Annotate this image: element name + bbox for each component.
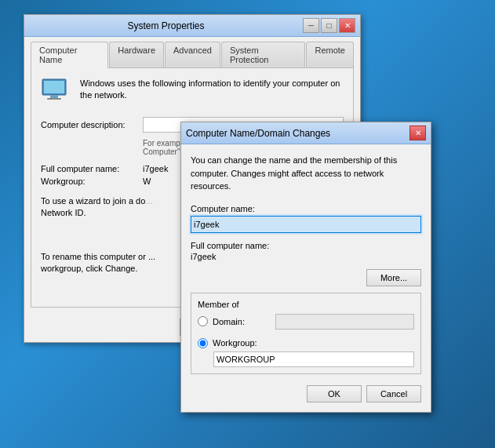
domain-label: Domain: [213, 317, 275, 326]
dialog-content: You can change the name and the membersh… [181, 144, 431, 412]
dialog-cancel-button[interactable]: Cancel [366, 385, 421, 402]
domain-input[interactable] [275, 314, 414, 330]
dialog-titlebar: Computer Name/Domain Changes ✕ [181, 122, 431, 144]
workgroup-radio-label: Workgroup: [213, 338, 275, 348]
computer-desc-label: Computer description: [41, 120, 143, 129]
domain-radio-row: Domain: [198, 314, 414, 330]
computer-icon-row: Windows uses the following information t… [41, 78, 344, 106]
close-button[interactable]: ✕ [339, 18, 355, 33]
maximize-button[interactable]: □ [321, 18, 337, 33]
workgroup-label: Workgroup: [41, 177, 143, 186]
svg-rect-2 [50, 95, 58, 98]
full-computer-name-value: i7geek [143, 164, 168, 173]
tab-advanced[interactable]: Advanced [165, 42, 220, 67]
computer-info-text: Windows uses the following information t… [80, 78, 344, 102]
workgroup-radio-row: Workgroup: [198, 338, 414, 348]
window-controls: ─ □ ✕ [303, 18, 355, 33]
full-computer-name-label: Full computer name: [41, 164, 143, 173]
system-props-titlebar: System Properties ─ □ ✕ [24, 15, 360, 37]
workgroup-value: W [143, 177, 151, 186]
computer-icon [41, 78, 72, 106]
minimize-button[interactable]: ─ [303, 18, 319, 33]
member-of-legend: Member of [198, 300, 414, 309]
dialog-full-name-label: Full computer name: [191, 241, 421, 250]
member-of-group: Member of Domain: Workgroup: [191, 293, 421, 374]
tab-hardware[interactable]: Hardware [109, 42, 164, 67]
dialog-description: You can change the name and the membersh… [191, 154, 421, 193]
computer-name-input[interactable] [191, 216, 421, 233]
dialog-title: Computer Name/Domain Changes [186, 128, 330, 139]
dialog-bottom-buttons: OK Cancel [191, 382, 421, 402]
workgroup-radio[interactable] [198, 338, 208, 348]
domain-changes-dialog: Computer Name/Domain Changes ✕ You can c… [180, 122, 431, 413]
dialog-close-button[interactable]: ✕ [409, 126, 426, 140]
system-props-title: System Properties [29, 20, 303, 31]
tab-computer-name[interactable]: Computer Name [31, 42, 108, 68]
more-button[interactable]: More... [366, 269, 421, 286]
dialog-ok-button[interactable]: OK [307, 385, 362, 402]
more-btn-row: More... [191, 269, 421, 286]
tab-remote[interactable]: Remote [306, 42, 354, 67]
domain-radio[interactable] [198, 316, 208, 326]
tab-system-protection[interactable]: System Protection [221, 42, 306, 67]
workgroup-input[interactable] [213, 351, 414, 367]
full-name-section: Full computer name: i7geek [191, 241, 421, 261]
tabs-bar: Computer Name Hardware Advanced System P… [24, 37, 360, 67]
svg-rect-1 [44, 81, 64, 93]
svg-rect-3 [47, 98, 61, 100]
computer-name-label: Computer name: [191, 204, 421, 213]
dialog-full-name-value: i7geek [191, 252, 421, 261]
